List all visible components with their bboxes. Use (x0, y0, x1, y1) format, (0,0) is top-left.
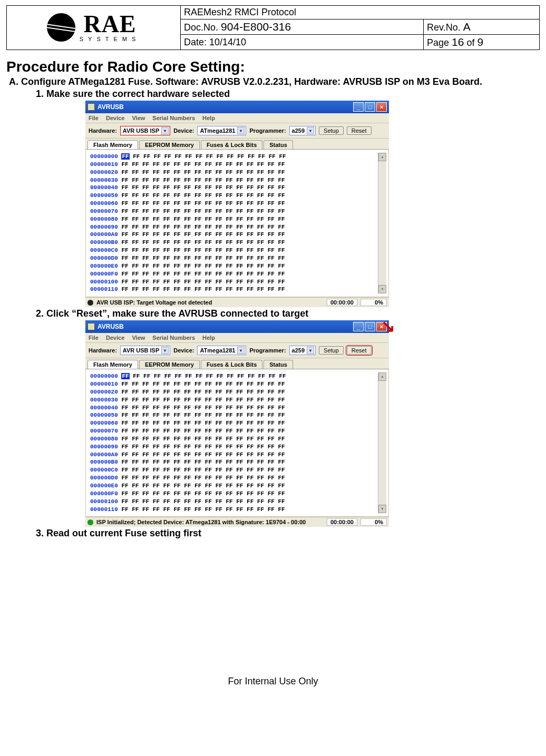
menu-file[interactable]: File (89, 115, 99, 121)
list-a: Configure ATMega1281 Fuse. Software: AVR… (6, 76, 540, 539)
scrollbar-2[interactable]: ▴ ▾ (378, 372, 386, 513)
toolbar-1: Hardware: AVR USB ISP ▾ Device: ATmega12… (85, 123, 389, 139)
hex-row: 000000C0 FF FF FF FF FF FF FF FF FF FF F… (90, 466, 378, 474)
hex-row: 000000B0 FF FF FF FF FF FF FF FF FF FF F… (90, 458, 378, 466)
close-button[interactable]: × (376, 102, 387, 112)
status-dot-black-icon (87, 300, 93, 306)
chevron-down-icon: ▾ (307, 347, 314, 354)
hex-row: 00000080 FF FF FF FF FF FF FF FF FF FF F… (90, 215, 378, 223)
reset-button-highlighted[interactable]: Reset (347, 346, 372, 355)
time-box: 00:00:00 (327, 299, 357, 306)
hex-row: 00000010 FF FF FF FF FF FF FF FF FF FF F… (90, 161, 378, 169)
tab-flash[interactable]: Flash Memory (87, 360, 138, 369)
hex-row: 00000030 FF FF FF FF FF FF FF FF FF FF F… (90, 396, 378, 404)
menu-device[interactable]: Device (106, 335, 124, 341)
minimize-button[interactable]: _ (353, 102, 364, 112)
status-text-2: ISP Initialized; Detected Device: ATmega… (96, 519, 306, 525)
hex-row: 00000110 FF FF FF FF FF FF FF FF FF FF F… (90, 506, 378, 514)
section-heading: Procedure for Radio Core Setting: (6, 58, 540, 75)
hex-row: 000000B0 FF FF FF FF FF FF FF FF FF FF F… (90, 239, 378, 247)
app-icon (87, 103, 95, 111)
doc-title: RAEMesh2 RMCI Protocol (181, 6, 540, 19)
step-2-text: Click “Reset”, make sure the AVRUSB conn… (46, 308, 308, 319)
chevron-down-icon: ▾ (237, 127, 245, 134)
tab-fuses[interactable]: Fuses & Lock Bits (201, 360, 262, 369)
menu-help[interactable]: Help (202, 115, 215, 121)
doc-number-cell: Doc.No. 904-E800-316 (181, 19, 424, 35)
maximize-button[interactable]: □ (365, 322, 375, 331)
programmer-combo[interactable]: a259 ▾ (289, 126, 316, 135)
hex-row: 00000070 FF FF FF FF FF FF FF FF FF FF F… (90, 208, 378, 215)
menu-help[interactable]: Help (202, 335, 215, 341)
programmer-value: a259 (292, 347, 305, 354)
hex-row: 00000030 FF FF FF FF FF FF FF FF FF FF F… (90, 176, 378, 184)
scroll-up-icon[interactable]: ▴ (378, 153, 386, 161)
list-numbered: Make sure the correct hardware selected … (21, 89, 540, 539)
chevron-down-icon: ▾ (237, 347, 245, 354)
tab-status[interactable]: Status (264, 140, 293, 149)
app-icon (87, 323, 95, 330)
maximize-button[interactable]: □ (365, 102, 375, 112)
rev-value: A (463, 21, 471, 33)
menu-file[interactable]: File (89, 335, 99, 341)
tabs-2: Flash Memory EEPROM Memory Fuses & Lock … (85, 358, 389, 369)
hex-row: 00000020 FF FF FF FF FF FF FF FF FF FF F… (90, 388, 378, 396)
setup-button[interactable]: Setup (319, 126, 344, 135)
footer: For Internal Use Only (6, 676, 540, 687)
hardware-combo[interactable]: AVR USB ISP ▾ (120, 126, 170, 135)
close-button[interactable]: × (376, 322, 387, 331)
scrollbar-1[interactable]: ▴ ▾ (378, 153, 386, 293)
device-value: ATmega1281 (200, 347, 235, 354)
hex-lines-1: 00000000 FF FF FF FF FF FF FF FF FF FF F… (90, 153, 378, 293)
tab-eeprom[interactable]: EEPROM Memory (139, 140, 200, 149)
window-title: AVRUSB (97, 103, 124, 111)
logo-main-text: RAE (83, 13, 136, 35)
hex-row: 00000090 FF FF FF FF FF FF FF FF FF FF F… (90, 223, 378, 231)
device-combo[interactable]: ATmega1281 ▾ (197, 126, 246, 135)
reset-button[interactable]: Reset (347, 126, 372, 135)
screenshot-2: ↘ AVRUSB _ □ × File (85, 320, 389, 527)
status-dot-green-icon (87, 519, 93, 525)
hex-row: 00000060 FF FF FF FF FF FF FF FF FF FF F… (90, 200, 378, 208)
date-value: 10/14/10 (209, 37, 246, 47)
hex-row: 000000F0 FF FF FF FF FF FF FF FF FF FF F… (90, 270, 378, 278)
menu-serial[interactable]: Serial Numbers (152, 115, 195, 121)
doc-no-label: Doc.No. (184, 22, 221, 33)
hex-row: 000000C0 FF FF FF FF FF FF FF FF FF FF F… (90, 247, 378, 254)
hardware-label: Hardware: (89, 127, 117, 134)
tab-eeprom[interactable]: EEPROM Memory (139, 360, 200, 369)
date-label: Date: (184, 37, 209, 47)
hex-row: 00000080 FF FF FF FF FF FF FF FF FF FF F… (90, 435, 378, 443)
percent-box: 0% (360, 299, 387, 306)
menubar: File Device View Serial Numbers Help (85, 333, 389, 343)
device-combo[interactable]: ATmega1281 ▾ (197, 346, 246, 355)
scroll-up-icon[interactable]: ▴ (378, 372, 386, 381)
programmer-combo[interactable]: a259 ▾ (289, 346, 316, 355)
scroll-down-icon[interactable]: ▾ (378, 285, 386, 293)
programmer-label: Programmer: (249, 127, 286, 134)
tab-fuses[interactable]: Fuses & Lock Bits (201, 140, 262, 149)
titlebar-2: AVRUSB _ □ × (85, 320, 389, 333)
date-cell: Date: 10/14/10 (181, 35, 424, 50)
menu-view[interactable]: View (132, 115, 145, 121)
scroll-down-icon[interactable]: ▾ (378, 505, 386, 513)
page-mid: of (464, 37, 477, 48)
hex-row: 00000040 FF FF FF FF FF FF FF FF FF FF F… (90, 184, 378, 192)
document-header: RAE SYSTEMS RAEMesh2 RMCI Protocol Doc.N… (6, 5, 540, 50)
step-1-text: Make sure the correct hardware selected (46, 89, 230, 99)
hex-row: 00000000 FF FF FF FF FF FF FF FF FF FF F… (90, 372, 378, 380)
hex-row: 00000000 FF FF FF FF FF FF FF FF FF FF F… (90, 153, 378, 161)
menu-device[interactable]: Device (106, 115, 124, 121)
minimize-button[interactable]: _ (353, 322, 364, 331)
tab-status[interactable]: Status (264, 360, 293, 369)
tab-flash[interactable]: Flash Memory (87, 140, 138, 149)
percent-box: 0% (360, 518, 387, 526)
menu-view[interactable]: View (132, 335, 145, 341)
hex-row: 00000050 FF FF FF FF FF FF FF FF FF FF F… (90, 192, 378, 200)
chevron-down-icon: ▾ (161, 347, 169, 354)
programmer-label: Programmer: (249, 347, 286, 354)
hex-row: 00000110 FF FF FF FF FF FF FF FF FF FF F… (90, 286, 378, 293)
setup-button[interactable]: Setup (319, 346, 344, 355)
menu-serial[interactable]: Serial Numbers (152, 335, 195, 341)
hardware-combo[interactable]: AVR USB ISP ▾ (120, 346, 170, 355)
